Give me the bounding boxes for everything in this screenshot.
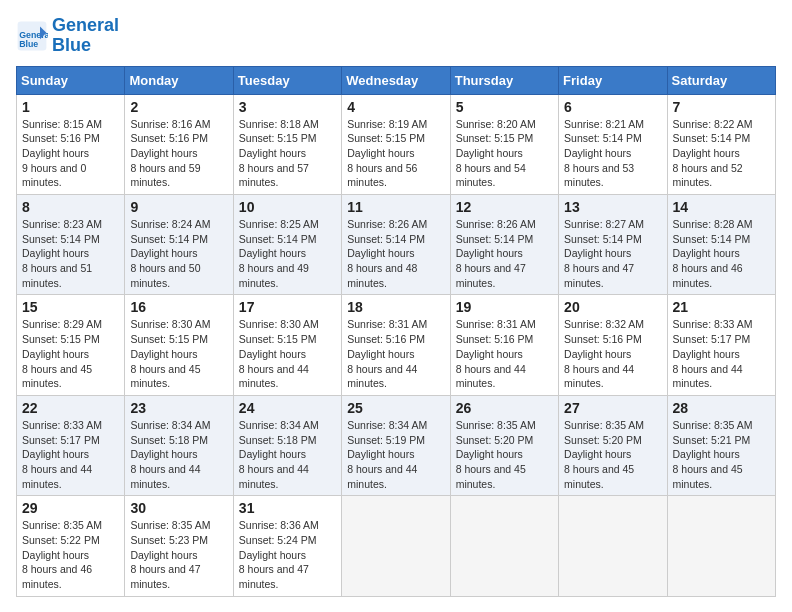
day-number: 7: [673, 99, 770, 115]
col-header-sunday: Sunday: [17, 66, 125, 94]
calendar-cell: 26Sunrise: 8:35 AMSunset: 5:20 PMDayligh…: [450, 395, 558, 495]
day-number: 19: [456, 299, 553, 315]
calendar-cell: 13Sunrise: 8:27 AMSunset: 5:14 PMDayligh…: [559, 195, 667, 295]
calendar-cell: 18Sunrise: 8:31 AMSunset: 5:16 PMDayligh…: [342, 295, 450, 395]
day-info: Sunrise: 8:24 AMSunset: 5:14 PMDaylight …: [130, 217, 227, 290]
day-number: 25: [347, 400, 444, 416]
day-number: 31: [239, 500, 336, 516]
day-number: 10: [239, 199, 336, 215]
day-info: Sunrise: 8:34 AMSunset: 5:18 PMDaylight …: [239, 418, 336, 491]
calendar-cell: [667, 496, 775, 596]
day-number: 2: [130, 99, 227, 115]
day-info: Sunrise: 8:35 AMSunset: 5:23 PMDaylight …: [130, 518, 227, 591]
day-number: 9: [130, 199, 227, 215]
calendar-cell: 11Sunrise: 8:26 AMSunset: 5:14 PMDayligh…: [342, 195, 450, 295]
day-number: 20: [564, 299, 661, 315]
day-info: Sunrise: 8:20 AMSunset: 5:15 PMDaylight …: [456, 117, 553, 190]
day-info: Sunrise: 8:30 AMSunset: 5:15 PMDaylight …: [130, 317, 227, 390]
calendar-cell: 15Sunrise: 8:29 AMSunset: 5:15 PMDayligh…: [17, 295, 125, 395]
calendar-cell: 7Sunrise: 8:22 AMSunset: 5:14 PMDaylight…: [667, 94, 775, 194]
day-number: 5: [456, 99, 553, 115]
day-info: Sunrise: 8:30 AMSunset: 5:15 PMDaylight …: [239, 317, 336, 390]
day-info: Sunrise: 8:36 AMSunset: 5:24 PMDaylight …: [239, 518, 336, 591]
day-info: Sunrise: 8:35 AMSunset: 5:22 PMDaylight …: [22, 518, 119, 591]
day-info: Sunrise: 8:31 AMSunset: 5:16 PMDaylight …: [347, 317, 444, 390]
calendar-week-3: 15Sunrise: 8:29 AMSunset: 5:15 PMDayligh…: [17, 295, 776, 395]
day-number: 27: [564, 400, 661, 416]
day-info: Sunrise: 8:18 AMSunset: 5:15 PMDaylight …: [239, 117, 336, 190]
day-info: Sunrise: 8:34 AMSunset: 5:18 PMDaylight …: [130, 418, 227, 491]
day-number: 30: [130, 500, 227, 516]
calendar-cell: 27Sunrise: 8:35 AMSunset: 5:20 PMDayligh…: [559, 395, 667, 495]
page-header: General Blue General Blue: [16, 16, 776, 56]
calendar-cell: 14Sunrise: 8:28 AMSunset: 5:14 PMDayligh…: [667, 195, 775, 295]
calendar-week-4: 22Sunrise: 8:33 AMSunset: 5:17 PMDayligh…: [17, 395, 776, 495]
calendar-cell: 12Sunrise: 8:26 AMSunset: 5:14 PMDayligh…: [450, 195, 558, 295]
day-info: Sunrise: 8:26 AMSunset: 5:14 PMDaylight …: [456, 217, 553, 290]
day-info: Sunrise: 8:32 AMSunset: 5:16 PMDaylight …: [564, 317, 661, 390]
day-number: 18: [347, 299, 444, 315]
col-header-saturday: Saturday: [667, 66, 775, 94]
day-info: Sunrise: 8:33 AMSunset: 5:17 PMDaylight …: [22, 418, 119, 491]
day-info: Sunrise: 8:27 AMSunset: 5:14 PMDaylight …: [564, 217, 661, 290]
day-number: 15: [22, 299, 119, 315]
calendar-cell: 4Sunrise: 8:19 AMSunset: 5:15 PMDaylight…: [342, 94, 450, 194]
day-info: Sunrise: 8:16 AMSunset: 5:16 PMDaylight …: [130, 117, 227, 190]
day-number: 13: [564, 199, 661, 215]
svg-text:Blue: Blue: [19, 39, 38, 49]
day-info: Sunrise: 8:19 AMSunset: 5:15 PMDaylight …: [347, 117, 444, 190]
day-number: 11: [347, 199, 444, 215]
calendar-cell: 20Sunrise: 8:32 AMSunset: 5:16 PMDayligh…: [559, 295, 667, 395]
col-header-monday: Monday: [125, 66, 233, 94]
logo-icon: General Blue: [16, 20, 48, 52]
day-info: Sunrise: 8:15 AMSunset: 5:16 PMDaylight …: [22, 117, 119, 190]
calendar-cell: 10Sunrise: 8:25 AMSunset: 5:14 PMDayligh…: [233, 195, 341, 295]
calendar-cell: 25Sunrise: 8:34 AMSunset: 5:19 PMDayligh…: [342, 395, 450, 495]
calendar-cell: 9Sunrise: 8:24 AMSunset: 5:14 PMDaylight…: [125, 195, 233, 295]
day-info: Sunrise: 8:35 AMSunset: 5:20 PMDaylight …: [456, 418, 553, 491]
calendar-header-row: SundayMondayTuesdayWednesdayThursdayFrid…: [17, 66, 776, 94]
day-info: Sunrise: 8:35 AMSunset: 5:20 PMDaylight …: [564, 418, 661, 491]
logo-text-line2: Blue: [52, 36, 119, 56]
calendar-week-2: 8Sunrise: 8:23 AMSunset: 5:14 PMDaylight…: [17, 195, 776, 295]
calendar-cell: [450, 496, 558, 596]
day-number: 21: [673, 299, 770, 315]
day-number: 29: [22, 500, 119, 516]
day-info: Sunrise: 8:23 AMSunset: 5:14 PMDaylight …: [22, 217, 119, 290]
day-number: 3: [239, 99, 336, 115]
day-number: 23: [130, 400, 227, 416]
day-info: Sunrise: 8:29 AMSunset: 5:15 PMDaylight …: [22, 317, 119, 390]
logo: General Blue General Blue: [16, 16, 119, 56]
calendar-cell: 19Sunrise: 8:31 AMSunset: 5:16 PMDayligh…: [450, 295, 558, 395]
day-number: 12: [456, 199, 553, 215]
calendar-cell: 31Sunrise: 8:36 AMSunset: 5:24 PMDayligh…: [233, 496, 341, 596]
col-header-thursday: Thursday: [450, 66, 558, 94]
day-number: 22: [22, 400, 119, 416]
day-info: Sunrise: 8:22 AMSunset: 5:14 PMDaylight …: [673, 117, 770, 190]
day-number: 24: [239, 400, 336, 416]
calendar-cell: 5Sunrise: 8:20 AMSunset: 5:15 PMDaylight…: [450, 94, 558, 194]
calendar-cell: 28Sunrise: 8:35 AMSunset: 5:21 PMDayligh…: [667, 395, 775, 495]
day-number: 26: [456, 400, 553, 416]
col-header-friday: Friday: [559, 66, 667, 94]
calendar-cell: [342, 496, 450, 596]
calendar-cell: 16Sunrise: 8:30 AMSunset: 5:15 PMDayligh…: [125, 295, 233, 395]
day-info: Sunrise: 8:25 AMSunset: 5:14 PMDaylight …: [239, 217, 336, 290]
day-info: Sunrise: 8:31 AMSunset: 5:16 PMDaylight …: [456, 317, 553, 390]
day-number: 8: [22, 199, 119, 215]
day-info: Sunrise: 8:33 AMSunset: 5:17 PMDaylight …: [673, 317, 770, 390]
calendar-cell: 17Sunrise: 8:30 AMSunset: 5:15 PMDayligh…: [233, 295, 341, 395]
day-number: 1: [22, 99, 119, 115]
calendar-cell: 3Sunrise: 8:18 AMSunset: 5:15 PMDaylight…: [233, 94, 341, 194]
calendar-cell: [559, 496, 667, 596]
calendar-cell: 21Sunrise: 8:33 AMSunset: 5:17 PMDayligh…: [667, 295, 775, 395]
calendar-cell: 30Sunrise: 8:35 AMSunset: 5:23 PMDayligh…: [125, 496, 233, 596]
day-info: Sunrise: 8:21 AMSunset: 5:14 PMDaylight …: [564, 117, 661, 190]
day-info: Sunrise: 8:26 AMSunset: 5:14 PMDaylight …: [347, 217, 444, 290]
calendar-week-1: 1Sunrise: 8:15 AMSunset: 5:16 PMDaylight…: [17, 94, 776, 194]
col-header-tuesday: Tuesday: [233, 66, 341, 94]
day-info: Sunrise: 8:35 AMSunset: 5:21 PMDaylight …: [673, 418, 770, 491]
calendar-table: SundayMondayTuesdayWednesdayThursdayFrid…: [16, 66, 776, 597]
calendar-cell: 6Sunrise: 8:21 AMSunset: 5:14 PMDaylight…: [559, 94, 667, 194]
calendar-cell: 22Sunrise: 8:33 AMSunset: 5:17 PMDayligh…: [17, 395, 125, 495]
